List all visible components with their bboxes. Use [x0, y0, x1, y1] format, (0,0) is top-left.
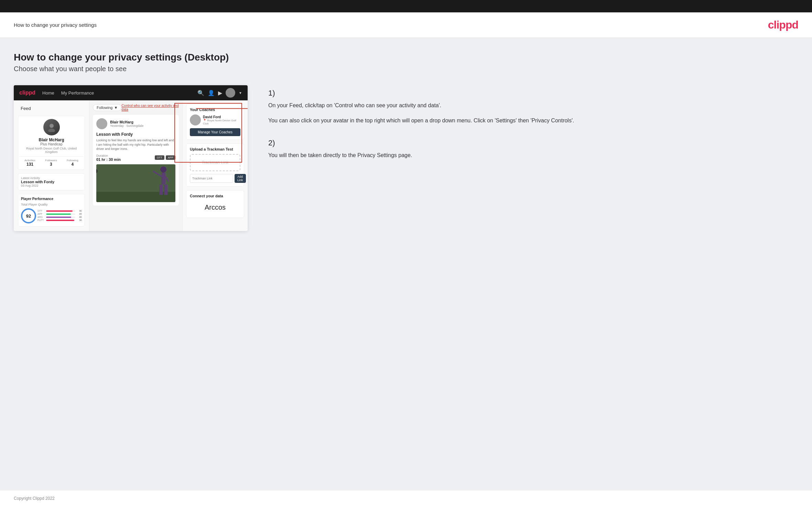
- activity-card: Blair McHarg Yesterday · Sunningdale Les…: [93, 115, 179, 206]
- duration-value: 01 hr : 30 min: [96, 157, 121, 162]
- quality-score: 92: [21, 208, 36, 223]
- following-button[interactable]: Following ▼: [93, 104, 121, 111]
- svg-rect-3: [96, 192, 175, 202]
- chevron-down-icon[interactable]: ▼: [239, 91, 242, 95]
- site-footer: Copyright Clippd 2022: [0, 490, 812, 506]
- stat-activities: Activities 131: [24, 159, 35, 167]
- user-avatar-img: [43, 119, 60, 135]
- following-bar: Following ▼ Control who can see your act…: [93, 104, 179, 111]
- trackman-placeholder: Trackman Link: [190, 154, 240, 171]
- svg-point-1: [48, 129, 55, 132]
- trackman-title: Upload a Trackman Test: [190, 147, 240, 151]
- tag-ott: OTT: [155, 155, 164, 160]
- svg-rect-11: [161, 173, 165, 185]
- demo-layout: clippd Home My Performance 🔍 👤 ▶ ▼ Feed: [14, 85, 798, 231]
- stat-following: Following 4: [67, 159, 78, 167]
- latest-activity-box: Latest Activity Lesson with Fordy 03 Aug…: [18, 173, 85, 190]
- app-screenshot: clippd Home My Performance 🔍 👤 ▶ ▼ Feed: [14, 85, 248, 231]
- step2-text: You will then be taken directly to the P…: [268, 151, 798, 160]
- performance-bars: OTT 90 APP 85 ARG: [37, 210, 82, 222]
- activity-user-name: Blair McHarg: [110, 120, 143, 124]
- svg-point-10: [160, 166, 166, 173]
- arccos-brand: Arccos: [190, 201, 240, 214]
- app-feed: Following ▼ Control who can see your act…: [89, 100, 182, 231]
- footer-text: Copyright Clippd 2022: [14, 496, 55, 501]
- user-avatar[interactable]: [226, 88, 235, 98]
- connect-title: Connect your data: [190, 194, 240, 198]
- site-logo: clippd: [768, 19, 798, 31]
- connect-box: Connect your data Arccos: [186, 190, 244, 218]
- chevron-down-icon: ▼: [114, 106, 118, 110]
- app-nav: clippd Home My Performance 🔍 👤 ▶ ▼: [14, 85, 248, 100]
- trackman-box: Upload a Trackman Test Trackman Link Add…: [186, 143, 244, 187]
- page-title: How to change your privacy settings (Des…: [14, 52, 798, 63]
- user-name: Blair McHarg: [20, 137, 83, 142]
- activity-desc: Looking to feel like my hands are exitin…: [96, 138, 175, 151]
- feed-tab[interactable]: Feed: [18, 104, 85, 112]
- coach-name: David Ford: [203, 115, 240, 119]
- duration-label: Duration: [96, 154, 121, 157]
- activity-user-avatar: [96, 118, 107, 129]
- step1-text: On your Feed, click/tap on 'Control who …: [268, 101, 798, 110]
- trackman-input[interactable]: [190, 174, 233, 183]
- app-right-panel: Your Coaches David Ford 📍 Royal North De…: [182, 100, 248, 231]
- user-icon[interactable]: 👤: [208, 90, 215, 96]
- instruction-step-2: 2) You will then be taken directly to th…: [268, 139, 798, 160]
- coaches-title: Your Coaches: [190, 108, 240, 112]
- nav-home[interactable]: Home: [42, 90, 54, 96]
- svg-point-0: [50, 124, 54, 128]
- step2-number: 2): [268, 139, 798, 147]
- top-bar: [0, 0, 812, 12]
- user-stats: Activities 131 Followers 3 Following 4: [20, 156, 83, 167]
- main-content: How to change your privacy settings (Des…: [0, 38, 812, 490]
- coach-avatar: [190, 114, 201, 125]
- location-icon: 📍: [203, 119, 206, 122]
- instructions-panel: 1) On your Feed, click/tap on 'Control w…: [261, 85, 798, 174]
- search-icon[interactable]: 🔍: [197, 90, 204, 96]
- player-performance: Player Performance Total Player Quality …: [18, 194, 85, 227]
- add-link-button[interactable]: Add Link: [235, 174, 246, 183]
- nav-my-performance[interactable]: My Performance: [61, 90, 94, 96]
- coach-row: David Ford 📍 Royal North Devon Golf Club: [190, 114, 240, 125]
- control-privacy-link[interactable]: Control who can see your activity and da…: [121, 104, 179, 111]
- nav-right: 🔍 👤 ▶ ▼: [197, 88, 242, 98]
- activity-header: Blair McHarg Yesterday · Sunningdale: [96, 118, 175, 129]
- manage-coaches-button[interactable]: Manage Your Coaches: [190, 128, 240, 136]
- app-body: Feed Blair McHarg Plus Handicap Roya: [14, 100, 248, 231]
- compass-icon[interactable]: ▶: [218, 90, 222, 96]
- app-sidebar: Feed Blair McHarg Plus Handicap Roya: [14, 100, 89, 231]
- app-logo: clippd: [19, 90, 35, 96]
- svg-rect-13: [164, 185, 167, 195]
- page-subtitle: Choose what you want people to see: [14, 65, 798, 73]
- activity-meta: Yesterday · Sunningdale: [110, 124, 143, 128]
- instruction-step-1: 1) On your Feed, click/tap on 'Control w…: [268, 89, 798, 125]
- tag-row: OTT APP: [155, 155, 175, 160]
- site-header: How to change your privacy settings clip…: [0, 12, 812, 38]
- coaches-box: Your Coaches David Ford 📍 Royal North De…: [186, 104, 244, 140]
- user-handicap: Plus Handicap: [20, 142, 83, 146]
- stat-followers: Followers 3: [45, 159, 57, 167]
- activity-title: Lesson with Fordy: [96, 132, 175, 137]
- step1-extra: You can also click on your avatar in the…: [268, 116, 798, 125]
- svg-rect-12: [159, 185, 163, 195]
- coach-club: 📍 Royal North Devon Golf Club: [203, 119, 240, 125]
- tag-app: APP: [166, 155, 175, 160]
- user-club: Royal North Devon Golf Club, United King…: [20, 147, 83, 154]
- activity-image: [96, 164, 175, 202]
- step1-number: 1): [268, 89, 798, 98]
- user-card: Blair McHarg Plus Handicap Royal North D…: [18, 116, 85, 170]
- breadcrumb: How to change your privacy settings: [14, 22, 97, 28]
